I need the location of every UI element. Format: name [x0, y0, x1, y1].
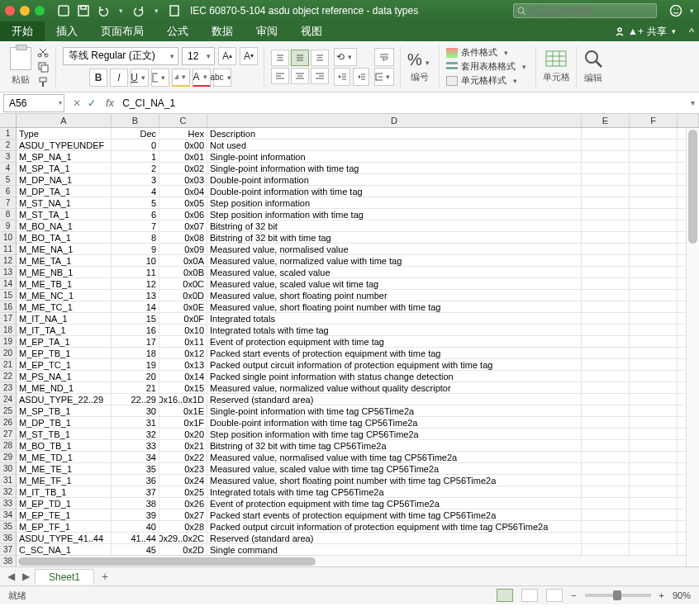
- cell[interactable]: ASDU_TYPEUNDEF: [17, 140, 112, 151]
- view-page-layout-icon[interactable]: [521, 589, 538, 602]
- menu-layout[interactable]: 页面布局: [89, 21, 155, 41]
- cell[interactable]: [582, 244, 630, 255]
- cell[interactable]: 18: [112, 348, 159, 359]
- menu-formulas[interactable]: 公式: [155, 21, 200, 41]
- cell[interactable]: [630, 209, 678, 220]
- cell[interactable]: Integrated totals with time tag: [207, 325, 582, 336]
- cell[interactable]: [582, 267, 630, 278]
- row-header[interactable]: 32: [0, 486, 17, 498]
- cell[interactable]: M_ST_NA_1: [17, 197, 112, 209]
- cell[interactable]: [582, 197, 630, 209]
- increase-indent-icon[interactable]: [353, 68, 369, 86]
- cell[interactable]: 0x0E: [159, 301, 207, 313]
- cell[interactable]: 7: [112, 220, 159, 232]
- save-icon[interactable]: [76, 3, 91, 18]
- cell[interactable]: 32: [112, 429, 159, 440]
- cell[interactable]: [582, 440, 630, 452]
- spreadsheet-area[interactable]: ABCDEF1TypeDecHexDescription2ASDU_TYPEUN…: [0, 114, 699, 566]
- italic-button[interactable]: I: [110, 69, 128, 87]
- cell[interactable]: 37: [112, 486, 159, 498]
- column-header[interactable]: A: [17, 114, 112, 128]
- cell[interactable]: 0x05: [159, 197, 207, 209]
- cell[interactable]: [630, 359, 678, 371]
- cell[interactable]: 0x16..0x1D: [159, 394, 207, 405]
- fill-color-button[interactable]: ▾: [172, 69, 190, 87]
- cell[interactable]: [582, 220, 630, 232]
- row-header[interactable]: 36: [0, 533, 17, 544]
- cell[interactable]: Packed start events of protection equipm…: [207, 509, 582, 521]
- cell[interactable]: 0x0A: [159, 255, 207, 267]
- cell[interactable]: 0x0F: [159, 313, 207, 325]
- cell[interactable]: ASDU_TYPE_41..44: [17, 533, 112, 544]
- row-header[interactable]: 7: [0, 197, 17, 209]
- cell[interactable]: Measured value, scaled value with time t…: [207, 463, 582, 475]
- format-as-table-button[interactable]: 套用表格格式▾: [446, 60, 530, 73]
- cell[interactable]: Packed start events of protection equipm…: [207, 348, 582, 359]
- cell[interactable]: [630, 486, 678, 498]
- zoom-window-icon[interactable]: [35, 6, 45, 16]
- search-box[interactable]: [513, 3, 657, 18]
- undo-icon[interactable]: [96, 3, 111, 18]
- cell[interactable]: M_ME_TF_1: [17, 475, 112, 486]
- cell[interactable]: [630, 128, 678, 140]
- cell[interactable]: Not used: [207, 140, 582, 151]
- column-header[interactable]: C: [159, 114, 207, 128]
- cell[interactable]: 0x23: [159, 463, 207, 475]
- cells-button[interactable]: 单元格: [543, 50, 570, 83]
- cell[interactable]: Hex: [159, 128, 207, 140]
- cell[interactable]: [582, 255, 630, 267]
- align-top-icon[interactable]: [271, 50, 289, 66]
- cell[interactable]: Measured value, normalised value with ti…: [207, 452, 582, 463]
- cell[interactable]: 45: [112, 544, 159, 556]
- cell[interactable]: Measured value, short floating point num…: [207, 301, 582, 313]
- cell[interactable]: [582, 382, 630, 394]
- cell[interactable]: Type: [17, 128, 112, 140]
- cell[interactable]: [582, 313, 630, 325]
- font-color-button[interactable]: A▾: [193, 69, 211, 87]
- row-header[interactable]: 10: [0, 232, 17, 244]
- row-header[interactable]: 8: [0, 209, 17, 220]
- cell[interactable]: C_SC_NA_1: [17, 544, 112, 556]
- cell[interactable]: Measured value, scaled value: [207, 267, 582, 278]
- cell-styles-button[interactable]: 单元格样式▾: [446, 74, 530, 87]
- cell[interactable]: [582, 128, 630, 140]
- cell[interactable]: M_BO_NA_1: [17, 220, 112, 232]
- align-left-icon[interactable]: [271, 68, 289, 84]
- row-header[interactable]: 34: [0, 509, 17, 521]
- row-header[interactable]: 37: [0, 544, 17, 556]
- cell[interactable]: [582, 544, 630, 556]
- formula-expand-icon[interactable]: ▾: [686, 98, 699, 107]
- cell[interactable]: 0x08: [159, 232, 207, 244]
- cell[interactable]: [630, 232, 678, 244]
- accept-formula-icon[interactable]: ✓: [88, 97, 96, 109]
- cell[interactable]: 20: [112, 371, 159, 382]
- cell[interactable]: [630, 475, 678, 486]
- cell[interactable]: Measured value, normalised value: [207, 244, 582, 255]
- decrease-indent-icon[interactable]: [334, 68, 350, 86]
- vertical-scrollbar[interactable]: [686, 128, 699, 566]
- cell[interactable]: [582, 278, 630, 290]
- cell[interactable]: [630, 533, 678, 544]
- cell[interactable]: 0x26: [159, 498, 207, 509]
- cell[interactable]: [582, 463, 630, 475]
- row-header[interactable]: 23: [0, 382, 17, 394]
- cell[interactable]: [582, 429, 630, 440]
- cell[interactable]: [582, 359, 630, 371]
- cell[interactable]: 14: [112, 301, 159, 313]
- cell[interactable]: [582, 348, 630, 359]
- cell[interactable]: [582, 232, 630, 244]
- cell[interactable]: 11: [112, 267, 159, 278]
- cell[interactable]: M_ME_TE_1: [17, 463, 112, 475]
- conditional-format-button[interactable]: 条件格式▾: [446, 46, 530, 59]
- format-painter-icon[interactable]: [36, 76, 50, 88]
- cell[interactable]: Step position information with time tag …: [207, 429, 582, 440]
- cell[interactable]: [630, 186, 678, 197]
- font-size-select[interactable]: 12▾: [182, 47, 215, 65]
- cell[interactable]: 0x14: [159, 371, 207, 382]
- cell[interactable]: 10: [112, 255, 159, 267]
- row-header[interactable]: 20: [0, 348, 17, 359]
- cell[interactable]: [630, 290, 678, 301]
- cell[interactable]: [630, 498, 678, 509]
- cell[interactable]: 22..29: [112, 394, 159, 405]
- row-header[interactable]: 30: [0, 463, 17, 475]
